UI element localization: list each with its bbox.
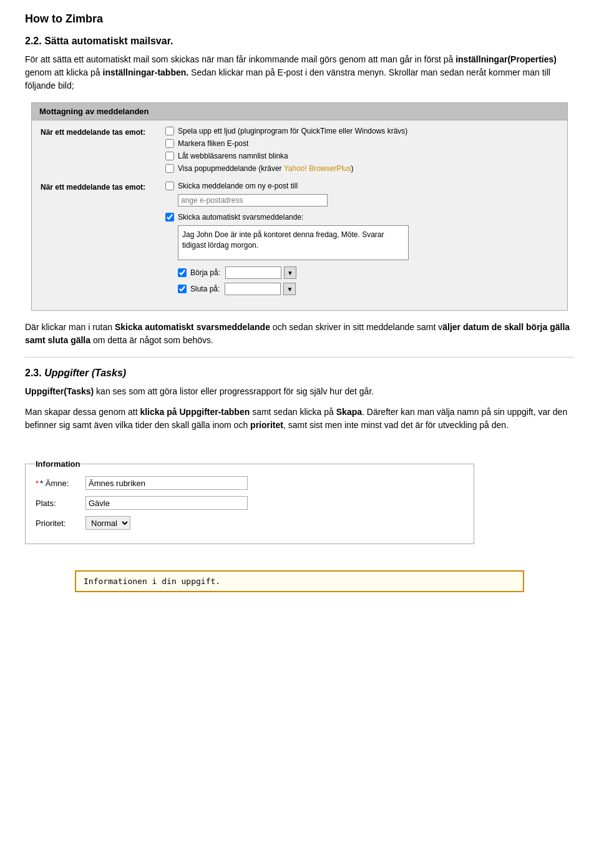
section-2-3-number: 2.3. [25,368,44,378]
date-row-start: Börja på: 2010-07-29 ▼ [178,266,558,279]
checkbox-row-4: Visa popupmeddelande (kräver Yahoo! Brow… [165,164,558,173]
prioritet-select[interactable]: Normal Hög Låg [85,516,130,530]
info-panel-wrapper: Information ** Ämne: Plats: Prioritet: N… [25,449,474,554]
date-end-label: Sluta på: [190,285,220,293]
checkbox-row-3: Låt webbläsarens namnlist blinka [165,152,558,160]
section-2-2-para1: För att sätta ett automatiskt mail som s… [25,53,574,92]
section-divider [25,357,574,358]
prioritet-row: Prioritet: Normal Hög Låg [36,516,464,530]
checkbox-epost-tab-label: Markera fliken E-post [178,139,248,148]
plats-label: Plats: [36,499,85,508]
section-2-3-para2: Man skapar dessa genom att klicka på Upp… [25,406,574,432]
checkbox-row-1: Spela upp ett ljud (pluginprogram för Qu… [165,127,558,135]
section-2-2-title: 2.2. Sätta automatiskt mailsvar. [25,36,574,47]
checkbox-row-5: Skicka meddelande om ny e-post till [165,182,558,190]
autoreply-text: Jag John Doe är inte på kontoret denna f… [182,230,384,250]
checkbox-forward[interactable] [165,182,174,190]
checkbox-row-2: Markera fliken E-post [165,139,558,148]
date-end-input[interactable]: 2010-07-30 [225,283,281,295]
autoreply-text-box[interactable]: Jag John Doe är inte på kontoret denna f… [178,225,409,260]
checkbox-popup[interactable] [165,164,174,173]
email-address-input[interactable] [178,194,328,207]
checkbox-autoreply[interactable] [165,213,174,222]
checkbox-sound-label: Spela upp ett ljud (pluginprogram för Qu… [178,127,407,135]
plats-row: Plats: [36,496,464,510]
section-2-3-para1: Uppgifter(Tasks) kan ses som att göra li… [25,385,574,398]
date-start-input[interactable]: 2010-07-29 [225,266,281,279]
date-start-dropdown[interactable]: ▼ [284,266,296,279]
date-start-label: Börja på: [190,268,220,277]
checkbox-blink-label: Låt webbläsarens namnlist blinka [178,152,288,160]
panel-label-2: När ett meddelande tas emot: [41,182,165,192]
amne-label: ** Ämne: [36,479,85,488]
panel-row-2: När ett meddelande tas emot: Skicka medd… [41,182,558,299]
panel-body: När ett meddelande tas emot: Spela upp e… [32,120,567,310]
date-end-dropdown[interactable]: ▼ [283,283,296,295]
checkbox-epost-tab[interactable] [165,139,174,148]
code-box: Informationen i din uppgift. [75,570,524,592]
checkbox-row-6: Skicka automatiskt svarsmeddelande: [165,213,558,222]
amne-row: ** Ämne: [36,476,464,490]
plats-input[interactable] [85,496,248,510]
panel-row-1: När ett meddelande tas emot: Spela upp e… [41,127,558,177]
amne-input[interactable] [85,476,248,490]
required-star: * [36,479,39,488]
section-2-2-desc: Där klickar man i rutan Skicka automatis… [25,321,574,347]
mottagning-panel: Mottagning av meddelanden När ett meddel… [31,102,568,311]
info-panel-legend: Information [36,459,80,469]
page-title: How to Zimbra [25,12,574,26]
panel-checkboxes-2: Skicka meddelande om ny e-post till Skic… [165,182,558,299]
checkbox-date-start[interactable] [178,268,187,277]
checkbox-popup-label: Visa popupmeddelande (kräver Yahoo! Brow… [178,164,354,173]
checkbox-blink[interactable] [165,152,174,160]
checkbox-sound[interactable] [165,127,174,135]
checkbox-date-end[interactable] [178,285,187,293]
panel-label-1: När ett meddelande tas emot: [41,127,165,137]
section-2-3-title: 2.3. Uppgifter (Tasks) [25,368,574,379]
prioritet-label: Prioritet: [36,519,85,528]
checkbox-autoreply-label: Skicka automatiskt svarsmeddelande: [178,213,303,222]
info-panel: Information ** Ämne: Plats: Prioritet: N… [25,459,474,544]
panel-header: Mottagning av meddelanden [32,103,567,120]
panel-checkboxes-1: Spela upp ett ljud (pluginprogram för Qu… [165,127,558,177]
date-row-end: Sluta på: 2010-07-30 ▼ [178,283,558,295]
checkbox-forward-label: Skicka meddelande om ny e-post till [178,182,298,190]
code-box-text: Informationen i din uppgift. [84,577,220,586]
